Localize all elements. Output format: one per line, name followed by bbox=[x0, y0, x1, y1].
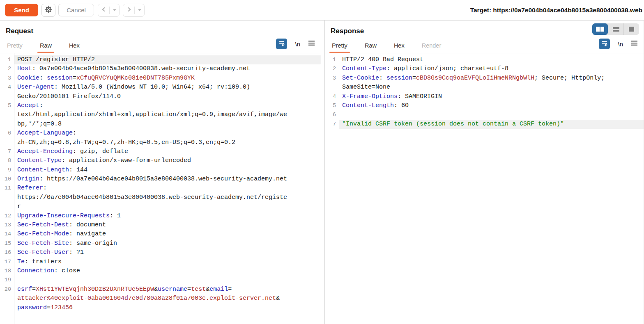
code-line-text: Accept-Encoding: gzip, deflate bbox=[14, 147, 321, 156]
code-line-text bbox=[14, 276, 321, 285]
line-number bbox=[0, 138, 14, 147]
code-line[interactable]: zh-CN,zh;q=0.8,zh-TW;q=0.7,zh-HK;q=0.5,e… bbox=[0, 138, 321, 147]
code-line[interactable]: bp,*/*;q=0.8 bbox=[0, 120, 321, 129]
single-layout-icon bbox=[629, 27, 634, 32]
hamburger-menu-icon bbox=[631, 40, 638, 48]
code-line[interactable]: 7Accept-Encoding: gzip, deflate bbox=[0, 147, 321, 156]
code-line[interactable]: https://0a7e004b04ace04b8015a3e800400038… bbox=[0, 193, 321, 202]
show-newlines-toggle[interactable]: \n bbox=[295, 41, 300, 48]
code-line-text: Content-Type: application/json; charset=… bbox=[339, 64, 644, 73]
settings-button[interactable] bbox=[41, 4, 55, 17]
cancel-button[interactable]: Cancel bbox=[58, 4, 94, 16]
line-number bbox=[0, 294, 14, 303]
code-line-text: Gecko/20100101 Firefox/114.0 bbox=[14, 92, 321, 101]
line-number bbox=[0, 92, 14, 101]
panel-splitter[interactable] bbox=[321, 21, 324, 324]
code-line[interactable]: 1HTTP/2 400 Bad Request bbox=[325, 55, 644, 64]
chevron-left-icon bbox=[101, 7, 107, 14]
code-line[interactable]: Gecko/20100101 Firefox/114.0 bbox=[0, 92, 321, 101]
code-line[interactable]: 10Origin: https://0a7e004b04ace04b8015a3… bbox=[0, 175, 321, 184]
request-tab-hex[interactable]: Hex bbox=[68, 42, 81, 53]
code-line-text: zh-CN,zh;q=0.8,zh-TW;q=0.7,zh-HK;q=0.5,e… bbox=[14, 138, 321, 147]
line-number: 5 bbox=[325, 101, 339, 110]
layout-single-button[interactable] bbox=[623, 23, 639, 35]
code-line[interactable]: 16Sec-Fetch-User: ?1 bbox=[0, 248, 321, 257]
code-line-text: Te: trailers bbox=[14, 258, 321, 267]
word-wrap-icon bbox=[278, 40, 285, 48]
code-line[interactable]: 13Sec-Fetch-Dest: document bbox=[0, 221, 321, 230]
code-line-text: Origin: https://0a7e004b04ace04b8015a3e8… bbox=[14, 175, 321, 184]
code-line[interactable]: 2Content-Type: application/json; charset… bbox=[325, 64, 644, 73]
gear-icon bbox=[44, 5, 53, 15]
code-line-text: attacker%40exploit-0aba001604d7e0d780a8a… bbox=[14, 294, 321, 303]
response-tab-render[interactable]: Render bbox=[421, 42, 443, 53]
line-number: 16 bbox=[0, 248, 14, 257]
message-editor-panels: Request Pretty Raw Hex bbox=[0, 20, 644, 324]
code-line[interactable]: 6 bbox=[325, 110, 644, 119]
request-tab-raw[interactable]: Raw bbox=[39, 42, 53, 53]
line-number: 1 bbox=[325, 55, 339, 64]
code-line[interactable]: 11Referer: bbox=[0, 184, 321, 193]
code-line[interactable]: 4User-Agent: Mozilla/5.0 (Windows NT 10.… bbox=[0, 83, 321, 92]
response-tab-raw[interactable]: Raw bbox=[363, 42, 378, 53]
code-line-text: Content-Length: 60 bbox=[339, 101, 644, 110]
send-button[interactable]: Send bbox=[5, 4, 38, 16]
request-panel-title: Request bbox=[6, 27, 321, 35]
code-line[interactable]: 19 bbox=[0, 276, 321, 285]
line-number: 11 bbox=[0, 184, 14, 193]
word-wrap-toggle-button[interactable] bbox=[276, 39, 287, 49]
editor-menu-button[interactable] bbox=[631, 40, 638, 48]
code-line[interactable]: 18Connection: close bbox=[0, 267, 321, 276]
code-line[interactable]: 3Cookie: session=xCfuQRVCYuQMKc08ie0DNT7… bbox=[0, 74, 321, 83]
prev-request-button[interactable] bbox=[98, 4, 109, 16]
layout-columns-button[interactable] bbox=[592, 23, 608, 35]
code-line-text: Accept: bbox=[14, 101, 321, 110]
request-tabs-row: Pretty Raw Hex \n bbox=[0, 35, 321, 53]
next-request-button[interactable] bbox=[123, 4, 134, 16]
code-line-text: X-Frame-Options: SAMEORIGIN bbox=[339, 92, 644, 101]
columns-layout-icon bbox=[596, 27, 604, 32]
next-request-dropdown[interactable] bbox=[135, 4, 144, 16]
code-line[interactable]: r bbox=[0, 202, 321, 211]
next-request-button-group bbox=[123, 4, 145, 17]
editor-menu-button[interactable] bbox=[308, 40, 315, 48]
code-line[interactable]: 3Set-Cookie: session=cBD8Gs9Ccq9oaEVFQLo… bbox=[325, 74, 644, 83]
code-line-text: Connection: close bbox=[14, 267, 321, 276]
code-line-text: Accept-Language: bbox=[14, 129, 321, 138]
layout-rows-button[interactable] bbox=[608, 23, 623, 35]
line-number: 4 bbox=[0, 83, 14, 92]
code-line[interactable]: 8Content-Type: application/x-www-form-ur… bbox=[0, 156, 321, 165]
request-tab-pretty[interactable]: Pretty bbox=[6, 42, 24, 53]
code-line[interactable]: password=123456 bbox=[0, 303, 321, 313]
code-line[interactable]: 14Sec-Fetch-Mode: navigate bbox=[0, 230, 321, 239]
code-line[interactable]: 9Content-Length: 144 bbox=[0, 166, 321, 175]
code-line[interactable]: attacker%40exploit-0aba001604d7e0d780a8a… bbox=[0, 294, 321, 303]
code-line-text: POST /register HTTP/2 bbox=[14, 55, 321, 64]
line-number: 18 bbox=[0, 267, 14, 276]
response-tab-pretty[interactable]: Pretty bbox=[331, 42, 349, 53]
prev-request-dropdown[interactable] bbox=[110, 4, 119, 16]
code-line[interactable]: 7"Invalid CSRF token (session does not c… bbox=[325, 120, 644, 129]
line-number bbox=[0, 193, 14, 202]
code-line-text: text/html,application/xhtml+xml,applicat… bbox=[14, 110, 321, 119]
code-line[interactable]: 5Content-Length: 60 bbox=[325, 101, 644, 110]
word-wrap-toggle-button[interactable] bbox=[599, 39, 610, 49]
code-line[interactable]: 20csrf=XHst1YWTEVqjnh30DzB2UXnRTUe5EEpW&… bbox=[0, 285, 321, 294]
code-line-text: Cookie: session=xCfuQRVCYuQMKc08ie0DNT78… bbox=[14, 74, 321, 83]
code-line[interactable]: 4X-Frame-Options: SAMEORIGIN bbox=[325, 92, 644, 101]
code-line-text: r bbox=[14, 202, 321, 211]
code-line[interactable]: 5Accept: bbox=[0, 101, 321, 110]
line-number: 3 bbox=[325, 74, 339, 83]
code-line[interactable]: 1POST /register HTTP/2 bbox=[0, 55, 321, 64]
line-number: 13 bbox=[0, 221, 14, 230]
code-line[interactable]: text/html,application/xhtml+xml,applicat… bbox=[0, 110, 321, 119]
code-line[interactable]: 15Sec-Fetch-Site: same-origin bbox=[0, 239, 321, 248]
code-line[interactable]: SameSite=None bbox=[325, 83, 644, 92]
code-line[interactable]: 2Host: 0a7e004b04ace04b8015a3e800400038.… bbox=[0, 64, 321, 73]
code-line[interactable]: 12Upgrade-Insecure-Requests: 1 bbox=[0, 212, 321, 221]
show-newlines-toggle[interactable]: \n bbox=[618, 41, 623, 48]
code-line[interactable]: 6Accept-Language: bbox=[0, 129, 321, 138]
response-tab-hex[interactable]: Hex bbox=[393, 42, 406, 53]
code-line[interactable]: 17Te: trailers bbox=[0, 258, 321, 267]
line-number: 1 bbox=[0, 55, 14, 64]
